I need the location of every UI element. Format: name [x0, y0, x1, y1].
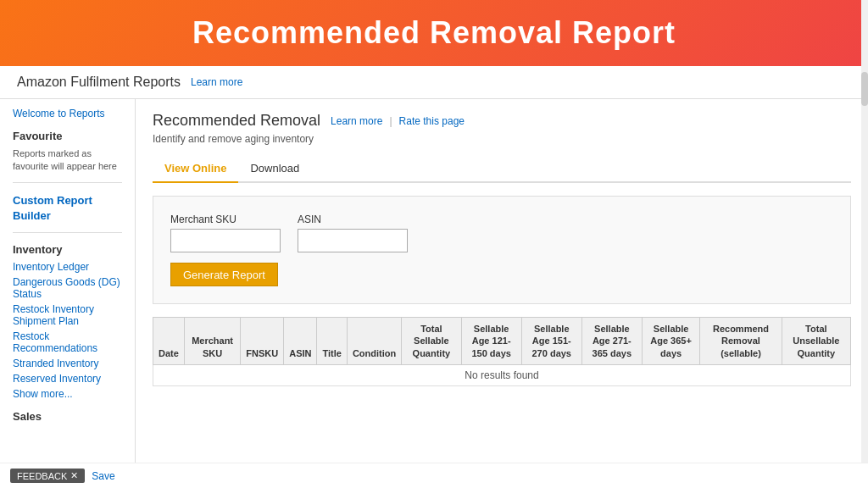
- header-banner: Recommended Removal Report: [0, 0, 868, 66]
- col-total-sellable: Total Sellable Quantity: [402, 318, 461, 365]
- tab-view-online[interactable]: View Online: [153, 155, 238, 183]
- sidebar-item-restock-recommendations[interactable]: Restock Recommendations: [13, 330, 122, 354]
- asin-group: ASIN: [298, 214, 408, 252]
- feedback-save-link[interactable]: Save: [92, 470, 114, 482]
- table-header-row: Date Merchant SKU FNSKU ASIN Title Condi…: [153, 318, 851, 365]
- sidebar-section-favourite: Favourite: [13, 130, 122, 142]
- sidebar-favourite-desc: Reports marked as favourite will appear …: [13, 147, 122, 174]
- top-bar: Amazon Fulfilment Reports Learn more: [0, 66, 868, 99]
- sidebar-welcome-link[interactable]: Welcome to Reports: [13, 108, 122, 119]
- sidebar-section-inventory: Inventory: [13, 243, 122, 256]
- sidebar-item-reserved[interactable]: Reserved Inventory: [13, 373, 122, 385]
- col-date: Date: [153, 318, 185, 365]
- col-fnsku: FNSKU: [241, 318, 284, 365]
- col-total-unsellable: Total Unsellable Quantity: [782, 318, 850, 365]
- col-age-121-150: Sellable Age 121-150 days: [461, 318, 521, 365]
- feedback-label: FEEDBACK: [17, 471, 67, 481]
- sidebar-section-sales: Sales: [13, 410, 122, 423]
- feedback-close-icon[interactable]: ✕: [70, 470, 78, 481]
- merchant-sku-label: Merchant SKU: [170, 214, 281, 225]
- col-title: Title: [317, 318, 347, 365]
- sidebar-custom-report-builder[interactable]: Custom Report Builder: [13, 193, 122, 224]
- report-learn-more-link[interactable]: Learn more: [331, 115, 382, 127]
- page-title: Amazon Fulfilment Reports: [17, 75, 181, 90]
- report-header: Recommended Removal Learn more | Rate th…: [153, 112, 851, 130]
- col-asin: ASIN: [284, 318, 317, 365]
- sidebar-item-restock-shipment[interactable]: Restock Inventory Shipment Plan: [13, 303, 122, 327]
- content-area: Recommended Removal Learn more | Rate th…: [136, 99, 868, 478]
- sidebar-item-stranded[interactable]: Stranded Inventory: [13, 358, 122, 369]
- report-subtitle: Identify and remove aging inventory: [153, 133, 851, 145]
- sidebar: Welcome to Reports Favourite Reports mar…: [0, 99, 136, 478]
- generate-report-button[interactable]: Generate Report: [170, 263, 278, 286]
- topbar-learn-more-link[interactable]: Learn more: [191, 76, 242, 88]
- form-row: Merchant SKU ASIN: [170, 214, 833, 252]
- report-links: Learn more | Rate this page: [331, 115, 465, 127]
- sidebar-item-dangerous-goods[interactable]: Dangerous Goods (DG) Status: [13, 276, 122, 300]
- tabs-container: View Online Download: [153, 155, 851, 183]
- col-age-365plus: Sellable Age 365+ days: [642, 318, 699, 365]
- table-no-results-row: No results found: [153, 364, 851, 385]
- asin-label: ASIN: [298, 214, 408, 225]
- asin-input[interactable]: [298, 229, 408, 252]
- sidebar-divider-2: [13, 232, 122, 233]
- col-merchant-sku: Merchant SKU: [184, 318, 240, 365]
- col-age-151-270: Sellable Age 151-270 days: [521, 318, 581, 365]
- report-links-divider: |: [389, 115, 392, 127]
- merchant-sku-input[interactable]: [170, 229, 281, 252]
- form-area: Merchant SKU ASIN Generate Report: [153, 196, 851, 304]
- col-recommend-removal: Recommend Removal (sellable): [700, 318, 782, 365]
- report-title: Recommended Removal: [153, 112, 320, 130]
- scrollbar-thumb[interactable]: [861, 72, 868, 106]
- sidebar-show-more[interactable]: Show more...: [13, 388, 122, 400]
- feedback-bar: FEEDBACK ✕ Save: [0, 463, 868, 488]
- sidebar-item-inventory-ledger[interactable]: Inventory Ledger: [13, 261, 122, 273]
- no-results-message: No results found: [153, 364, 851, 385]
- report-rate-page-link[interactable]: Rate this page: [399, 115, 465, 127]
- col-age-271-365: Sellable Age 271-365 days: [581, 318, 642, 365]
- feedback-badge: FEEDBACK ✕: [10, 469, 85, 483]
- merchant-sku-group: Merchant SKU: [170, 214, 281, 252]
- report-table: Date Merchant SKU FNSKU ASIN Title Condi…: [153, 317, 851, 386]
- banner-title: Recommended Removal Report: [192, 15, 676, 50]
- main-layout: Welcome to Reports Favourite Reports mar…: [0, 99, 868, 478]
- tab-download[interactable]: Download: [238, 155, 311, 183]
- col-condition: Condition: [347, 318, 401, 365]
- scrollbar[interactable]: [861, 0, 868, 488]
- sidebar-divider-1: [13, 182, 122, 183]
